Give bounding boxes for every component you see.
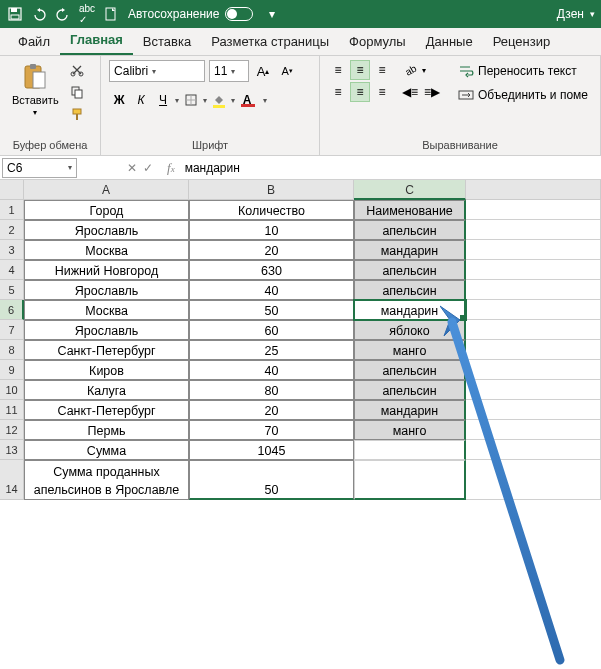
tab-review[interactable]: Рецензир <box>483 28 561 55</box>
cell[interactable]: Количество <box>189 200 354 220</box>
cell[interactable]: Нижний Новгород <box>24 260 189 280</box>
cell[interactable]: яблоко <box>354 320 466 340</box>
align-bottom-button[interactable]: ≡ <box>372 60 392 80</box>
row-header[interactable]: 11 <box>0 400 24 420</box>
font-name-combo[interactable]: Calibri▾ <box>109 60 205 82</box>
row-header[interactable]: 2 <box>0 220 24 240</box>
cell[interactable]: Москва <box>24 300 189 320</box>
row-header[interactable]: 13 <box>0 440 24 460</box>
align-left-button[interactable]: ≡ <box>328 82 348 102</box>
cut-button[interactable] <box>67 60 87 80</box>
cell[interactable]: Наименование <box>354 200 466 220</box>
cell[interactable] <box>466 280 601 300</box>
tab-formulas[interactable]: Формулы <box>339 28 416 55</box>
copy-button[interactable] <box>67 82 87 102</box>
cell[interactable]: манго <box>354 420 466 440</box>
tab-home[interactable]: Главная <box>60 26 133 55</box>
cell[interactable] <box>466 380 601 400</box>
cell[interactable] <box>466 400 601 420</box>
cell[interactable]: апельсин <box>354 380 466 400</box>
cell[interactable]: Ярославль <box>24 280 189 300</box>
col-header-D[interactable] <box>466 180 601 200</box>
row-header[interactable]: 10 <box>0 380 24 400</box>
tab-data[interactable]: Данные <box>416 28 483 55</box>
cell[interactable] <box>466 420 601 440</box>
user-name[interactable]: Дзен <box>557 7 584 21</box>
row-header[interactable]: 9 <box>0 360 24 380</box>
row-header[interactable]: 14 <box>0 460 24 500</box>
cell[interactable]: Сумма <box>24 440 189 460</box>
cell[interactable]: Город <box>24 200 189 220</box>
orientation-button[interactable]: ab <box>400 60 420 80</box>
cell[interactable] <box>466 360 601 380</box>
increase-indent-button[interactable]: ≡▶ <box>422 82 442 102</box>
tab-insert[interactable]: Вставка <box>133 28 201 55</box>
cell[interactable]: 20 <box>189 400 354 420</box>
wrap-text-button[interactable]: Переносить текст <box>454 60 592 82</box>
cell[interactable]: 10 <box>189 220 354 240</box>
cell[interactable] <box>466 440 601 460</box>
cell[interactable]: 25 <box>189 340 354 360</box>
cell[interactable]: Ярославль <box>24 220 189 240</box>
font-size-combo[interactable]: 11▾ <box>209 60 249 82</box>
col-header-B[interactable]: B <box>189 180 354 200</box>
cell[interactable] <box>466 240 601 260</box>
align-right-button[interactable]: ≡ <box>372 82 392 102</box>
cell[interactable]: манго <box>354 340 466 360</box>
cell[interactable] <box>466 220 601 240</box>
row-header[interactable]: 4 <box>0 260 24 280</box>
cell[interactable] <box>466 320 601 340</box>
cell[interactable]: 60 <box>189 320 354 340</box>
cell[interactable]: мандарин <box>354 240 466 260</box>
cell[interactable]: Санкт-Петербург <box>24 340 189 360</box>
cell[interactable]: апельсин <box>354 220 466 240</box>
align-center-button[interactable]: ≡ <box>350 82 370 102</box>
cell[interactable]: Пермь <box>24 420 189 440</box>
fx-icon[interactable]: fx <box>161 160 181 176</box>
spellcheck-icon[interactable]: abc✓ <box>78 5 96 23</box>
cell[interactable] <box>466 200 601 220</box>
col-header-C[interactable]: C <box>354 180 466 200</box>
cell[interactable]: 50 <box>189 300 354 320</box>
cell[interactable]: 40 <box>189 280 354 300</box>
col-header-A[interactable]: A <box>24 180 189 200</box>
cell[interactable]: 50 <box>189 460 354 500</box>
select-all-corner[interactable] <box>0 180 24 200</box>
name-box[interactable]: C6▾ <box>2 158 77 178</box>
cell[interactable]: Калуга <box>24 380 189 400</box>
autosave-toggle[interactable] <box>225 7 253 21</box>
row-header[interactable]: 5 <box>0 280 24 300</box>
row-header[interactable]: 8 <box>0 340 24 360</box>
row-header[interactable]: 1 <box>0 200 24 220</box>
tab-layout[interactable]: Разметка страницы <box>201 28 339 55</box>
cell[interactable] <box>466 460 601 500</box>
align-middle-button[interactable]: ≡ <box>350 60 370 80</box>
cancel-formula-button[interactable]: ✕ <box>127 161 137 175</box>
bold-button[interactable]: Ж <box>109 90 129 110</box>
borders-button[interactable] <box>181 90 201 110</box>
cell[interactable] <box>466 340 601 360</box>
row-header[interactable]: 3 <box>0 240 24 260</box>
align-top-button[interactable]: ≡ <box>328 60 348 80</box>
cell[interactable]: апельсин <box>354 280 466 300</box>
cell[interactable]: мандарин <box>354 300 466 320</box>
cell[interactable]: Санкт-Петербург <box>24 400 189 420</box>
merge-button[interactable]: Объединить и поме <box>454 84 592 106</box>
row-header[interactable]: 7 <box>0 320 24 340</box>
tab-file[interactable]: Файл <box>8 28 60 55</box>
enter-formula-button[interactable]: ✓ <box>143 161 153 175</box>
cell[interactable] <box>354 440 466 460</box>
cell[interactable]: Ярославль <box>24 320 189 340</box>
font-color-button[interactable]: A <box>237 90 257 110</box>
underline-button[interactable]: Ч <box>153 90 173 110</box>
cell[interactable]: 40 <box>189 360 354 380</box>
redo-icon[interactable] <box>54 5 72 23</box>
cell[interactable]: 80 <box>189 380 354 400</box>
format-painter-button[interactable] <box>67 104 87 124</box>
row-header[interactable]: 6 <box>0 300 24 320</box>
fill-color-button[interactable] <box>209 90 229 110</box>
undo-icon[interactable] <box>30 5 48 23</box>
paste-button[interactable]: Вставить ▾ <box>8 60 63 119</box>
cell[interactable]: Киров <box>24 360 189 380</box>
decrease-font-button[interactable]: A▾ <box>277 61 297 81</box>
